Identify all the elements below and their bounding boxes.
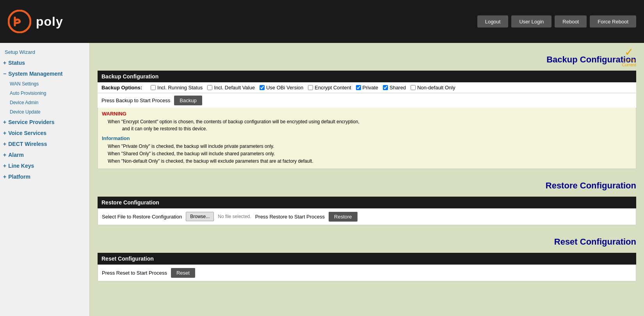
sp-label: Service Providers [8,119,54,125]
config-current-label: ConfigCurrent [622,58,636,67]
option-non-default-only-label: Non-default Only [417,85,455,91]
header: poly Logout User Login Reboot Force Rebo… [0,0,644,43]
reset-title: Reset Configuration [98,237,636,247]
checkbox-private[interactable] [356,85,361,90]
checkbox-incl-default-value[interactable] [207,85,212,90]
option-non-default-only[interactable]: Non-default Only [411,85,455,91]
restore-table: Restore Configuration Select File to Res… [98,197,636,225]
reset-body: Press Reset to Start Process Reset [98,265,636,281]
sidebar-item-line-keys[interactable]: + Line Keys [0,160,89,171]
sidebar-item-auto-provisioning[interactable]: Auto Provisioning [0,89,89,98]
checkbox-incl-running-status[interactable] [151,85,156,90]
sm-prefix: − [3,71,6,77]
sidebar: Setup Wizard + Status − System Managemen… [0,43,90,316]
backup-press-row: Press Backup to Start Process Backup [98,93,636,108]
status-prefix: + [3,60,6,66]
sidebar-item-status[interactable]: + Status [0,57,89,68]
pl-prefix: + [3,174,6,180]
reset-press-label: Press Reset to Start Process [102,270,167,276]
config-current-badge: ✓ ConfigCurrent [622,47,636,67]
alarm-label: Alarm [8,152,24,158]
sidebar-item-dect-wireless[interactable]: + DECT Wireless [0,138,89,149]
option-encrypt-content-label: Encrypt Content [315,85,351,91]
sidebar-item-alarm[interactable]: + Alarm [0,149,89,160]
backup-options-row: Backup Options: Incl. Running Status Inc… [98,82,636,93]
sidebar-item-wan-settings[interactable]: WAN Settings [0,79,89,89]
option-use-obi-version-label: Use OBi Version [266,85,303,91]
backup-options-label: Backup Options: [101,85,142,91]
checkbox-use-obi-version[interactable] [260,85,265,90]
reboot-button[interactable]: Reboot [555,16,587,28]
restore-button[interactable]: Restore [329,212,358,222]
vs-label: Voice Services [8,130,46,136]
no-file-label: No file selected. [218,214,251,219]
sp-prefix: + [3,119,6,125]
backup-table: Backup Configuration Backup Options: Inc… [98,71,636,169]
restore-table-header: Restore Configuration [98,197,636,208]
status-label: Status [8,60,25,66]
sidebar-item-platform[interactable]: + Platform [0,171,89,182]
sidebar-item-setup-wizard[interactable]: Setup Wizard [0,47,89,57]
sidebar-item-device-admin[interactable]: Device Admin [0,98,89,107]
reset-button[interactable]: Reset [171,268,195,278]
restore-select-label: Select File to Restore Configuration [102,214,182,220]
user-login-button[interactable]: User Login [511,16,551,28]
option-shared[interactable]: Shared [383,85,406,91]
browse-button[interactable]: Browse... [186,212,214,221]
restore-section: Restore Configuration Restore Configurat… [98,181,636,225]
sm-label: System Management [8,71,62,77]
reset-table: Reset Configuration Press Reset to Start… [98,253,636,281]
sidebar-item-service-providers[interactable]: + Service Providers [0,117,89,128]
backup-section: Backup Configuration Backup Configuratio… [98,55,636,169]
alarm-prefix: + [3,152,6,158]
header-buttons: Logout User Login Reboot Force Reboot [477,16,636,28]
restore-body: Select File to Restore Configuration Bro… [98,208,636,225]
backup-table-header: Backup Configuration [98,71,636,82]
warning-text: When "Encrypt Content" option is chosen,… [108,118,632,132]
vs-prefix: + [3,130,6,136]
option-encrypt-content[interactable]: Encrypt Content [308,85,351,91]
warning-title: WARNING [102,111,632,117]
sidebar-item-voice-services[interactable]: + Voice Services [0,128,89,138]
lk-prefix: + [3,163,6,169]
option-shared-label: Shared [390,85,406,91]
option-use-obi-version[interactable]: Use OBi Version [260,85,303,91]
option-incl-default-value[interactable]: Incl. Default Value [207,85,255,91]
option-private[interactable]: Private [356,85,378,91]
checkbox-encrypt-content[interactable] [308,85,313,90]
info-text: When "Private Only" is checked, the back… [108,143,632,165]
checkbox-non-default-only[interactable] [411,85,416,90]
main-content: ✓ ConfigCurrent Backup Configuration Bac… [90,43,644,316]
poly-logo-icon [8,10,31,33]
checkbox-shared[interactable] [383,85,388,90]
lk-label: Line Keys [8,163,34,169]
logo-area: poly [8,10,63,33]
pl-label: Platform [8,174,30,180]
sidebar-item-device-update[interactable]: Device Update [0,107,89,117]
backup-title: Backup Configuration [98,55,636,65]
option-incl-running-status-label: Incl. Running Status [157,85,203,91]
option-incl-default-value-label: Incl. Default Value [214,85,255,91]
reset-table-header: Reset Configuration [98,253,636,265]
sidebar-item-system-management[interactable]: − System Management [0,68,89,79]
backup-press-label: Press Backup to Start Process [101,98,170,103]
option-private-label: Private [363,85,378,91]
restore-title: Restore Configuration [98,181,636,191]
config-checkmark: ✓ [622,47,636,58]
logout-button[interactable]: Logout [477,16,509,28]
force-reboot-button[interactable]: Force Reboot [590,16,636,28]
restore-press-label: Press Restore to Start Process [255,214,325,220]
dw-label: DECT Wireless [8,141,47,147]
info-title: Information [102,135,632,141]
logo-text: poly [36,14,63,29]
reset-section: Reset Configuration Reset Configuration … [98,237,636,281]
layout: Setup Wizard + Status − System Managemen… [0,43,644,316]
backup-warning-info: WARNING When "Encrypt Content" option is… [98,108,636,169]
dw-prefix: + [3,141,6,147]
option-incl-running-status[interactable]: Incl. Running Status [151,85,203,91]
backup-button[interactable]: Backup [174,96,202,105]
